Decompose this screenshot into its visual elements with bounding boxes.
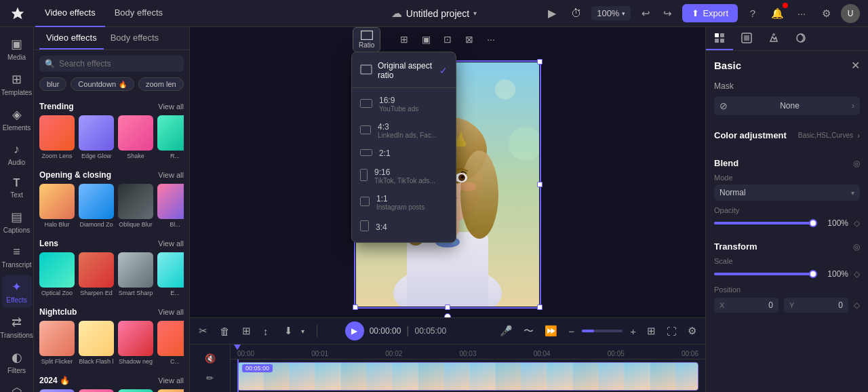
blend-pin-button[interactable]: ◎ <box>853 159 860 168</box>
year2024-view-all[interactable]: View all <box>158 376 184 385</box>
scale-thumb[interactable] <box>809 270 817 278</box>
handle-bottom-mid[interactable] <box>445 305 450 310</box>
sidebar-item-filters[interactable]: ◐ Filters <box>2 346 32 378</box>
list-item[interactable]: Sharpen Ed <box>79 252 114 296</box>
list-item[interactable]: Fi... <box>157 389 184 392</box>
mask-none-row[interactable]: ⊘ None › <box>714 96 860 115</box>
list-item[interactable]: Black Flash l <box>79 321 114 365</box>
tab-video-effects-panel[interactable]: Video effects <box>39 27 104 50</box>
tl-delete-button[interactable]: 🗑 <box>216 324 233 339</box>
sidebar-item-audio[interactable]: ♪ Audio <box>2 138 32 170</box>
list-item[interactable]: Circling Spa <box>118 389 153 392</box>
color-adj-row[interactable]: Color adjustment Basic,HSL,Curves › <box>714 126 860 144</box>
sidebar-item-transcript[interactable]: ≡ Transcript <box>2 241 32 273</box>
list-item[interactable]: Smart Sharp <box>118 252 153 296</box>
list-item[interactable]: R... <box>157 115 184 159</box>
list-item[interactable]: Diamond Zo <box>79 184 114 228</box>
tl-fullscreen-button[interactable]: ⛶ <box>663 324 680 339</box>
timer-button[interactable]: ⏱ <box>567 4 586 23</box>
sidebar-item-elements[interactable]: ◈ Elements <box>2 103 32 136</box>
ratio-item-3-4[interactable]: 3:4 <box>352 216 456 238</box>
sidebar-item-media[interactable]: ▣ Media <box>2 33 32 65</box>
tl-zoom-in-button[interactable]: + <box>627 324 639 339</box>
ratio-item-4-3[interactable]: 4:3 LinkedIn ads, Fac... <box>352 117 456 144</box>
opacity-pin-button[interactable]: ◇ <box>854 218 860 228</box>
handle-top-right[interactable] <box>537 59 542 64</box>
ratio-item-16-9[interactable]: 16:9 YouTube ads <box>352 91 456 117</box>
trending-view-all[interactable]: View all <box>158 102 184 111</box>
handle-rotate[interactable] <box>444 313 451 317</box>
list-item[interactable]: Split Flicker <box>39 321 75 365</box>
canvas-tool-crop[interactable]: ▣ <box>416 30 435 49</box>
tl-mute-button[interactable]: 🔇 <box>201 351 219 366</box>
tab-video-effects[interactable]: Video effects <box>35 0 105 27</box>
opacity-slider[interactable] <box>714 222 813 224</box>
tl-play-button[interactable]: ▶ <box>345 321 364 340</box>
list-item[interactable]: Shadow neg <box>118 321 153 365</box>
tl-download-button[interactable]: ⬇ <box>281 323 296 339</box>
video-track[interactable]: 00:05:00 <box>237 362 698 391</box>
rp-tab-basic[interactable] <box>706 27 733 50</box>
tab-body-effects[interactable]: Body effects <box>105 0 172 27</box>
sidebar-item-captions[interactable]: ▤ Captions <box>2 205 32 238</box>
scale-slider[interactable] <box>714 273 813 275</box>
canvas-tool-grid[interactable]: ⊞ <box>395 30 414 49</box>
ratio-button[interactable]: Ratio <box>353 27 380 52</box>
ratio-item-original[interactable]: Original aspect ratio ✓ <box>352 56 456 85</box>
list-item[interactable]: New Year <box>39 389 75 392</box>
export-button[interactable]: ⬆ Export <box>682 4 738 22</box>
list-item[interactable]: Oblique Blur <box>118 184 153 228</box>
zoom-control[interactable]: 100% ▾ <box>591 6 631 20</box>
tl-edit-button[interactable]: ✏ <box>203 371 217 385</box>
sidebar-item-plugins[interactable]: ⬡ Plugins <box>2 381 32 392</box>
ratio-item-2-1[interactable]: 2:1 <box>352 144 456 163</box>
tl-zoom-slider[interactable] <box>582 330 623 332</box>
transform-pin-button[interactable]: ◎ <box>853 242 860 252</box>
lens-view-all[interactable]: View all <box>158 239 184 248</box>
rp-tab-background[interactable] <box>733 27 760 50</box>
pos-x-value[interactable] <box>727 300 773 310</box>
tab-body-effects-panel[interactable]: Body effects <box>104 27 165 50</box>
app-logo[interactable] <box>8 4 27 23</box>
tl-waveform-button[interactable]: 〜 <box>520 323 537 340</box>
sidebar-item-text[interactable]: T Text <box>2 173 32 203</box>
sidebar-item-effects[interactable]: ✦ Effects <box>2 275 32 308</box>
list-item[interactable]: E... <box>157 252 184 296</box>
tl-settings-tl-button[interactable]: ⚙ <box>684 323 700 339</box>
mode-select[interactable]: Normal ▾ <box>714 184 860 201</box>
sidebar-item-transitions[interactable]: ⇄ Transitions <box>2 311 32 343</box>
search-input[interactable] <box>59 59 178 68</box>
settings-button[interactable]: ⚙ <box>816 4 835 23</box>
tl-fit-button[interactable]: ⊞ <box>644 323 659 339</box>
chip-zoom[interactable]: zoom len <box>138 77 184 91</box>
rp-close-button[interactable]: ✕ <box>851 59 860 72</box>
list-item[interactable]: C... <box>157 321 184 365</box>
opacity-value[interactable] <box>818 218 848 228</box>
scale-pin-button[interactable]: ◇ <box>854 269 860 279</box>
nightclub-view-all[interactable]: View all <box>158 308 184 316</box>
tl-zoom-out-button[interactable]: − <box>565 324 578 339</box>
list-item[interactable]: Countdown <box>79 389 114 392</box>
redo-button[interactable]: ↪ <box>658 4 677 23</box>
play-button-top[interactable]: ▶ <box>542 4 561 23</box>
tl-download-chevron[interactable]: ▾ <box>298 326 308 337</box>
ratio-item-1-1[interactable]: 1:1 Instagram posts <box>352 189 456 216</box>
canvas-tool-transform[interactable]: ⊡ <box>438 30 457 49</box>
tl-crop-button[interactable]: ⊞ <box>239 323 254 339</box>
chip-countdown[interactable]: Countdown 🔥 <box>71 77 134 91</box>
tl-split-button[interactable]: ✂ <box>195 323 211 339</box>
list-item[interactable]: Edge Glow <box>79 115 114 159</box>
position-pin-button[interactable]: ◇ <box>854 298 860 313</box>
list-item[interactable]: Halo Blur <box>39 184 75 228</box>
tl-speed-button[interactable]: ⏩ <box>541 323 561 339</box>
list-item[interactable]: Bl... <box>157 184 184 228</box>
opacity-thumb[interactable] <box>809 219 817 227</box>
pos-y-value[interactable] <box>797 300 843 310</box>
rp-tab-smart-tools[interactable] <box>760 27 787 50</box>
tl-flip-button[interactable]: ↕ <box>260 324 272 339</box>
undo-button[interactable]: ↩ <box>636 4 655 23</box>
canvas-tool-mask[interactable]: ⊠ <box>460 30 479 49</box>
ratio-item-9-16[interactable]: 9:16 TikTok, TikTok ads... <box>352 163 456 189</box>
user-avatar[interactable]: U <box>841 4 860 23</box>
handle-bottom-left[interactable] <box>353 305 358 310</box>
